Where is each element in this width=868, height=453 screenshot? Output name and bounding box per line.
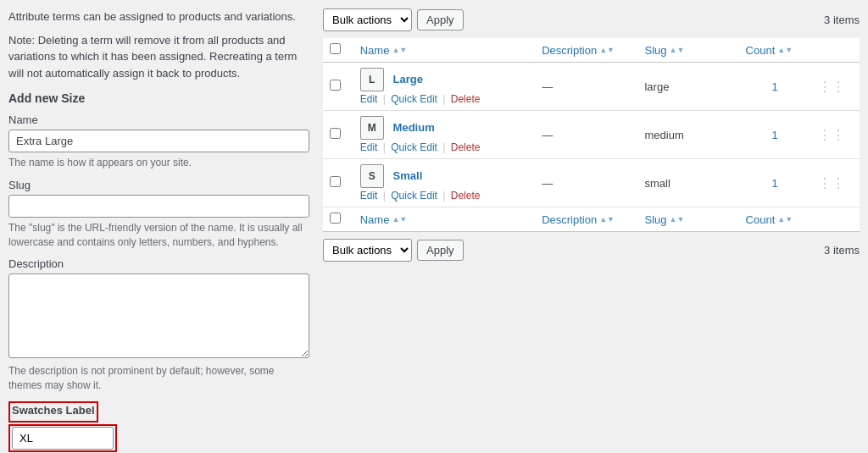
terms-table: Name ▲▼ Description ▲▼ Slug ▲▼ [323, 38, 860, 232]
row-drag-handle-0[interactable]: ⋮⋮ [818, 80, 845, 94]
row-actions-1: Edit | Quick Edit | Delete [360, 141, 528, 153]
bottom-toolbar: Bulk actions Apply 3 items [323, 239, 860, 262]
select-all-checkbox[interactable] [330, 43, 341, 54]
apply-button-bottom[interactable]: Apply [417, 240, 464, 261]
tfoot-name: Name ▲▼ [353, 207, 535, 232]
bulk-actions-select[interactable]: Bulk actions [323, 8, 412, 31]
tfoot-checkbox [323, 207, 353, 232]
table-row: S Small Edit | Quick Edit | Delete — sma… [323, 159, 860, 207]
row-name-link-2[interactable]: Small [393, 169, 423, 182]
th-slug: Slug ▲▼ [637, 38, 738, 63]
row-abbr-2: S [360, 164, 384, 188]
row-checkbox-0 [323, 63, 353, 111]
sort-count-icon: ▲▼ [777, 46, 793, 54]
row-quick-edit-link-1[interactable]: Quick Edit [391, 141, 437, 153]
row-abbr-0: L [360, 68, 384, 91]
swatches-input[interactable] [12, 427, 114, 450]
sort-slug-icon-bottom: ▲▼ [670, 215, 685, 224]
sort-description-link-bottom[interactable]: Description ▲▼ [542, 213, 615, 226]
row-checkbox-input-1[interactable] [330, 128, 341, 139]
description-group: Description The description is not promi… [8, 257, 309, 393]
th-checkbox [323, 38, 353, 63]
row-count-link-1[interactable]: 1 [772, 129, 778, 141]
table-footer-row: Name ▲▼ Description ▲▼ Slug ▲▼ [323, 207, 860, 232]
row-edit-link-2[interactable]: Edit [360, 190, 378, 202]
intro-text-2: Note: Deleting a term will remove it fro… [8, 32, 309, 82]
row-drag-cell-0: ⋮⋮ [811, 63, 860, 111]
row-name-link-1[interactable]: Medium [393, 121, 435, 134]
row-checkbox-input-0[interactable] [330, 80, 341, 91]
row-desc-cell-2: — [535, 159, 637, 207]
row-abbr-1: M [360, 116, 384, 140]
row-checkbox-input-2[interactable] [330, 176, 341, 187]
row-desc-cell-0: — [535, 63, 637, 111]
sort-count-link-bottom[interactable]: Count ▲▼ [746, 213, 793, 226]
left-panel: Attribute terms can be assigned to produ… [8, 8, 309, 453]
row-count-link-0[interactable]: 1 [772, 80, 778, 93]
row-drag-handle-2[interactable]: ⋮⋮ [818, 176, 845, 191]
sort-name-link-bottom[interactable]: Name ▲▼ [360, 213, 408, 226]
sort-desc-icon-bottom: ▲▼ [599, 215, 615, 224]
row-name-cell-2: S Small Edit | Quick Edit | Delete [353, 159, 535, 207]
row-actions-2: Edit | Quick Edit | Delete [360, 190, 528, 202]
tfoot-slug: Slug ▲▼ [637, 207, 738, 232]
row-name-link-0[interactable]: Large [393, 73, 423, 86]
top-toolbar: Bulk actions Apply 3 items [323, 8, 860, 31]
sort-count-link[interactable]: Count ▲▼ [746, 44, 793, 57]
name-label: Name [8, 113, 309, 126]
row-name-cell-0: L Large Edit | Quick Edit | Delete [353, 63, 535, 111]
row-count-cell-2: 1 [739, 159, 811, 207]
row-edit-link-0[interactable]: Edit [360, 93, 378, 105]
name-hint: The name is how it appears on your site. [8, 156, 309, 170]
th-count: Count ▲▼ [739, 38, 811, 63]
row-drag-handle-1[interactable]: ⋮⋮ [818, 128, 845, 142]
row-delete-link-1[interactable]: Delete [451, 141, 481, 153]
row-quick-edit-link-2[interactable]: Quick Edit [391, 190, 437, 202]
sort-name-icon: ▲▼ [392, 46, 407, 54]
slug-hint: The "slug" is the URL-friendly version o… [8, 221, 309, 250]
th-description: Description ▲▼ [535, 38, 637, 63]
row-checkbox-2 [323, 159, 353, 207]
row-checkbox-1 [323, 111, 353, 159]
row-slug-cell-2: small [637, 159, 738, 207]
swatches-label: Swatches Label [12, 404, 95, 417]
description-hint: The description is not prominent by defa… [8, 364, 309, 393]
toolbar-left: Bulk actions Apply [323, 8, 464, 31]
swatches-input-box [8, 424, 117, 452]
th-name: Name ▲▼ [353, 38, 535, 63]
table-header-row: Name ▲▼ Description ▲▼ Slug ▲▼ [323, 38, 860, 63]
items-count-bottom: 3 items [824, 244, 860, 257]
row-count-link-2[interactable]: 1 [772, 177, 778, 190]
slug-input[interactable] [8, 195, 309, 218]
description-textarea[interactable] [8, 273, 309, 358]
swatches-label-box: Swatches Label [8, 401, 98, 423]
right-panel: Bulk actions Apply 3 items Name ▲▼ [323, 8, 860, 453]
th-drag [811, 38, 860, 63]
toolbar-left-bottom: Bulk actions Apply [323, 239, 464, 262]
name-input[interactable] [8, 130, 309, 152]
sort-slug-link[interactable]: Slug ▲▼ [644, 44, 684, 57]
apply-button-top[interactable]: Apply [417, 9, 464, 30]
row-delete-link-0[interactable]: Delete [451, 93, 481, 105]
slug-label: Slug [8, 179, 309, 191]
row-name-cell-1: M Medium Edit | Quick Edit | Delete [353, 111, 535, 159]
row-delete-link-2[interactable]: Delete [451, 190, 481, 202]
select-all-checkbox-bottom[interactable] [330, 213, 341, 224]
row-edit-link-1[interactable]: Edit [360, 141, 378, 153]
sort-desc-icon: ▲▼ [599, 46, 615, 54]
row-quick-edit-link-0[interactable]: Quick Edit [391, 93, 437, 105]
sort-slug-link-bottom[interactable]: Slug ▲▼ [644, 213, 684, 226]
row-desc-cell-1: — [535, 111, 637, 159]
row-slug-cell-1: medium [637, 111, 738, 159]
name-group: Name The name is how it appears on your … [8, 113, 309, 170]
row-actions-0: Edit | Quick Edit | Delete [360, 93, 528, 105]
table-body: L Large Edit | Quick Edit | Delete — lar… [323, 63, 860, 207]
description-label: Description [8, 257, 309, 270]
sort-description-link[interactable]: Description ▲▼ [542, 44, 615, 57]
section-title: Add new Size [8, 91, 309, 105]
tfoot-description: Description ▲▼ [535, 207, 637, 232]
bulk-actions-select-bottom[interactable]: Bulk actions [323, 239, 412, 262]
row-drag-cell-2: ⋮⋮ [811, 159, 860, 207]
row-count-cell-1: 1 [739, 111, 811, 159]
sort-name-link[interactable]: Name ▲▼ [360, 44, 408, 57]
